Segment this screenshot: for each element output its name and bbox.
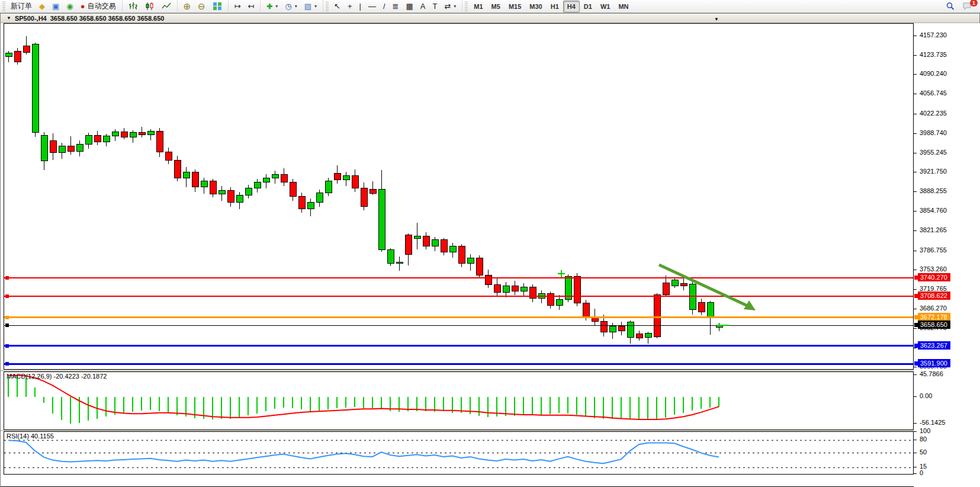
axis-tick — [914, 153, 917, 153]
channel-tool-button[interactable]: ▦ — [402, 1, 416, 12]
price-level-badge: 3672.178 — [918, 313, 950, 321]
timeframe-m1-button[interactable]: M1 — [470, 1, 487, 12]
bar-chart-button[interactable] — [125, 1, 142, 12]
price-axis[interactable]: 4157.2304123.7354090.2404056.7454022.235… — [914, 23, 980, 487]
macd-axis-label: 0.00 — [920, 392, 932, 399]
timeframe-w1-button[interactable]: W1 — [596, 1, 615, 12]
crosshair-tool-button[interactable]: + — [344, 1, 356, 12]
timeframe-h1-button[interactable]: H1 — [547, 1, 563, 12]
timeframe-m5-button[interactable]: M5 — [487, 1, 505, 12]
gold-icon[interactable]: ◆ — [36, 1, 49, 12]
chart-shift-button[interactable]: ↤ — [245, 1, 258, 12]
zoom-in-button[interactable]: ⊕ — [180, 1, 195, 12]
macd-axis-label: -56.1425 — [920, 419, 945, 426]
arrows-tool-button[interactable]: ⇄▾ — [441, 1, 460, 12]
axis-tick — [914, 431, 917, 432]
price-axis-label: 3888.255 — [920, 187, 947, 194]
chart-titlebar[interactable]: ▼ SP500-,H4 3658.650 3658.650 3658.650 3… — [1, 14, 979, 23]
trendline-tool-button[interactable]: / — [380, 1, 389, 12]
price-axis-label: 3753.260 — [920, 265, 947, 273]
axis-tick — [914, 94, 917, 94]
axis-tick — [914, 367, 917, 367]
tile-windows-icon — [213, 2, 222, 11]
timeframes-group: M1M5M15M30H1H4D1W1MN — [462, 0, 635, 13]
autotrading-button[interactable]: ● 自动交易 — [77, 1, 120, 12]
axis-tick — [914, 230, 917, 231]
price-axis-label: 4123.735 — [920, 51, 947, 58]
notifications-button[interactable]: 1 — [959, 1, 975, 12]
macd-pane[interactable]: MACD(12,26,9) -20.4223 -20.1872 — [4, 371, 914, 430]
chevron-down-icon: ▾ — [295, 4, 297, 9]
rsi-axis-label: 0 — [920, 469, 923, 476]
toolbar-grip — [465, 2, 468, 11]
market-watch-icon[interactable]: ▣ — [49, 1, 63, 12]
text-tool-button[interactable]: A — [417, 1, 429, 12]
timeframe-mn-button[interactable]: MN — [614, 1, 632, 12]
price-level-badge: 3623.267 — [918, 341, 950, 350]
price-level-badge: 3740.270 — [918, 273, 950, 281]
zoom-group: ⊕ ⊖ — [177, 0, 228, 13]
autotrading-icon: ● — [81, 2, 85, 10]
chevron-down-icon: ▾ — [275, 4, 278, 9]
autoscroll-button[interactable]: ↦ — [231, 1, 245, 12]
price-level-badge: 3591.900 — [918, 359, 950, 367]
draw-tools-group: ↖+|—/≣▦AT⇄▾ — [323, 0, 462, 13]
main-toolbar: 新订单 ◆ ▣ ◉ ● 自动交易 ⊕ ⊖ ↦ ↤ 🞦▾ ◷▾ ▧▾ — [0, 0, 980, 13]
label-tool-button[interactable]: T — [429, 1, 441, 12]
timeframe-d1-button[interactable]: D1 — [580, 1, 596, 12]
cursor-tool-button[interactable]: ↖ — [330, 1, 344, 12]
signals-icon[interactable]: ◉ — [63, 1, 76, 12]
template-button[interactable]: ▧▾ — [301, 1, 320, 12]
axis-tick — [914, 453, 917, 453]
rsi-pane[interactable]: RSI(14) 40.1155 — [4, 431, 914, 475]
candlestick-icon — [145, 2, 155, 11]
tile-windows-button[interactable] — [209, 1, 226, 12]
objects-group: 🞦▾ ◷▾ ▧▾ — [260, 0, 323, 13]
vertical-line-tool-button[interactable]: | — [356, 1, 365, 12]
axis-tick — [914, 348, 917, 348]
new-chart-button[interactable]: 🞦▾ — [263, 1, 281, 12]
search-button[interactable] — [942, 1, 959, 12]
price-level-badge: 3708.622 — [918, 291, 950, 300]
macd-axis-label: 45.7866 — [920, 370, 943, 377]
chart-quotes: 3658.650 3658.650 3658.650 3658.650 — [50, 15, 165, 22]
bar-chart-icon — [128, 2, 138, 11]
timeframe-m15-button[interactable]: M15 — [505, 1, 525, 12]
horizontal-line-tool-button[interactable]: — — [365, 1, 380, 12]
macd-label: MACD(12,26,9) -20.4223 -20.1872 — [7, 373, 107, 380]
main-chart-pane[interactable] — [4, 23, 914, 370]
axis-tick — [914, 36, 917, 36]
timeframe-h4-button[interactable]: H4 — [563, 1, 580, 12]
rsi-axis-label: 80 — [920, 435, 927, 443]
price-axis-label: 4157.230 — [920, 31, 947, 39]
axis-tick — [914, 211, 917, 212]
rsi-label: RSI(14) 40.1155 — [7, 432, 54, 440]
axis-tick — [914, 251, 917, 251]
new-order-button[interactable]: 新订单 — [7, 1, 36, 12]
axis-tick — [914, 374, 917, 375]
axis-tick — [914, 423, 917, 424]
axis-tick — [914, 172, 917, 172]
line-chart-button[interactable] — [158, 1, 175, 12]
axis-tick — [914, 133, 917, 134]
price-axis-label: 3786.755 — [920, 246, 947, 254]
chevron-down-icon: ▾ — [314, 4, 317, 9]
price-axis-label: 4056.745 — [920, 89, 947, 97]
fibonacci-tool-button[interactable]: ≣ — [389, 1, 403, 12]
chart-menu-arrow[interactable]: ▼ — [7, 15, 11, 21]
price-axis-label: 4022.235 — [920, 110, 947, 117]
candlestick-button[interactable] — [142, 1, 158, 12]
toolbar-grip — [2, 2, 5, 11]
axis-tick — [914, 328, 917, 329]
zoom-out-button[interactable]: ⊖ — [194, 1, 209, 12]
chart-shift-marker[interactable]: ▼ — [714, 17, 719, 22]
axis-tick — [914, 309, 917, 309]
price-axis-label: 3821.265 — [920, 226, 947, 233]
toolbar-grip — [326, 2, 329, 11]
axis-tick — [914, 55, 917, 56]
right-group: 1 — [940, 0, 980, 13]
timeframe-m30-button[interactable]: M30 — [525, 1, 546, 12]
scroll-group: ↦ ↤ — [228, 0, 261, 13]
period-button[interactable]: ◷▾ — [281, 1, 300, 12]
chevron-down-icon: ▾ — [454, 4, 456, 9]
